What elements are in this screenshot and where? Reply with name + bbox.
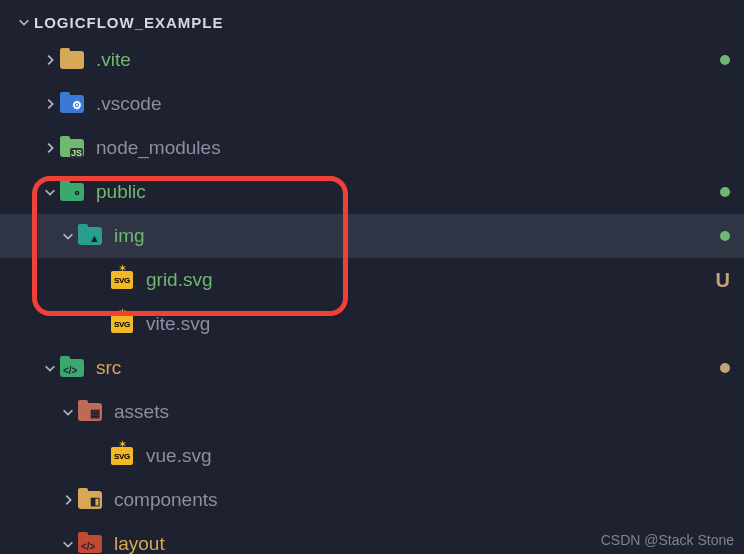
- git-modified-dot: [720, 363, 730, 373]
- folder-label: img: [114, 225, 720, 247]
- tree-row-node-modules[interactable]: JS node_modules: [0, 126, 744, 170]
- file-label: grid.svg: [146, 269, 716, 291]
- file-label: vite.svg: [146, 313, 730, 335]
- chevron-down-icon: [40, 185, 60, 199]
- svg-file-icon: [110, 444, 134, 468]
- node-modules-folder-icon: JS: [60, 136, 84, 160]
- layout-folder-icon: </>: [78, 532, 102, 554]
- tree-row-public[interactable]: ⚬ public: [0, 170, 744, 214]
- svg-file-icon: [110, 312, 134, 336]
- project-root-row[interactable]: LOGICFLOW_EXAMPLE: [0, 6, 744, 38]
- folder-label: node_modules: [96, 137, 730, 159]
- project-root-label: LOGICFLOW_EXAMPLE: [34, 14, 730, 31]
- git-modified-dot: [720, 187, 730, 197]
- svg-file-icon: [110, 268, 134, 292]
- chevron-right-icon: [40, 97, 60, 111]
- assets-folder-icon: ▦: [78, 400, 102, 424]
- folder-label: .vite: [96, 49, 720, 71]
- chevron-down-icon: [58, 229, 78, 243]
- git-modified-dot: [720, 231, 730, 241]
- folder-label: components: [114, 489, 730, 511]
- chevron-right-icon: [58, 493, 78, 507]
- tree-row-components[interactable]: ◧ components: [0, 478, 744, 522]
- tree-row-vite[interactable]: .vite: [0, 38, 744, 82]
- folder-label: .vscode: [96, 93, 730, 115]
- components-folder-icon: ◧: [78, 488, 102, 512]
- folder-label: src: [96, 357, 720, 379]
- tree-row-grid-svg[interactable]: grid.svg U: [0, 258, 744, 302]
- tree-row-img[interactable]: ▲ img: [0, 214, 744, 258]
- file-explorer-tree: LOGICFLOW_EXAMPLE .vite ⚙ .vscode JS nod…: [0, 0, 744, 554]
- git-untracked-badge: U: [716, 269, 730, 292]
- tree-row-vite-svg[interactable]: vite.svg: [0, 302, 744, 346]
- tree-row-src[interactable]: </> src: [0, 346, 744, 390]
- tree-row-vue-svg[interactable]: vue.svg: [0, 434, 744, 478]
- tree-row-assets[interactable]: ▦ assets: [0, 390, 744, 434]
- folder-label: public: [96, 181, 720, 203]
- chevron-down-icon: [58, 537, 78, 551]
- git-modified-dot: [720, 55, 730, 65]
- folder-label: assets: [114, 401, 730, 423]
- chevron-down-icon: [58, 405, 78, 419]
- watermark-text: CSDN @Stack Stone: [601, 532, 734, 548]
- images-folder-icon: ▲: [78, 224, 102, 248]
- vscode-folder-icon: ⚙: [60, 92, 84, 116]
- src-folder-icon: </>: [60, 356, 84, 380]
- public-folder-icon: ⚬: [60, 180, 84, 204]
- chevron-right-icon: [40, 53, 60, 67]
- chevron-right-icon: [40, 141, 60, 155]
- chevron-down-icon: [40, 361, 60, 375]
- file-label: vue.svg: [146, 445, 730, 467]
- folder-icon: [60, 48, 84, 72]
- chevron-down-icon: [14, 15, 34, 29]
- tree-row-vscode[interactable]: ⚙ .vscode: [0, 82, 744, 126]
